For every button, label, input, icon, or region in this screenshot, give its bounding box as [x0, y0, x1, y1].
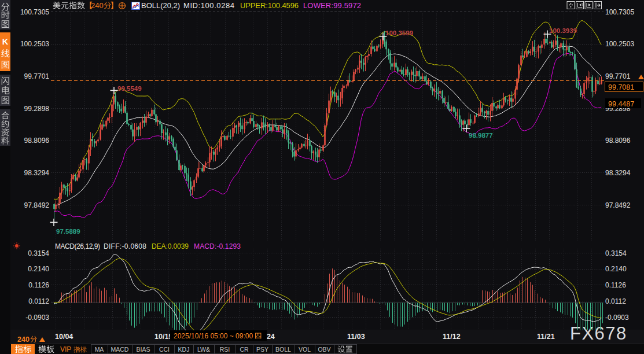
svg-text:97.8492: 97.8492: [605, 201, 631, 209]
svg-text:UPPER:100.4596: UPPER:100.4596: [240, 1, 299, 10]
svg-text:BOLL(20,2): BOLL(20,2): [141, 1, 180, 10]
svg-text:100.3939: 100.3939: [549, 27, 577, 34]
svg-text:100.7305: 100.7305: [20, 8, 49, 16]
svg-text:2025/10/16 05:00 ~ 09:00: 2025/10/16 05:00 ~ 09:00: [174, 332, 253, 340]
svg-text:DIFF:-0.0608: DIFF:-0.0608: [104, 242, 146, 250]
svg-text:98.3294: 98.3294: [605, 169, 631, 177]
svg-text:0.3154: 0.3154: [605, 249, 627, 257]
svg-text:97.8492: 97.8492: [24, 201, 50, 209]
svg-text:BIAS: BIAS: [137, 346, 150, 353]
svg-text:240: 240: [17, 335, 30, 344]
svg-text:10/04: 10/04: [55, 333, 73, 341]
svg-text:11/21: 11/21: [537, 333, 555, 341]
svg-text:100.3599: 100.3599: [385, 30, 413, 36]
svg-text:LOWER:99.5972: LOWER:99.5972: [303, 1, 361, 10]
svg-text:0.0112: 0.0112: [605, 297, 626, 305]
svg-text:99.7701: 99.7701: [24, 72, 50, 80]
svg-text:KDJ: KDJ: [178, 346, 190, 353]
svg-text:99.7081: 99.7081: [608, 83, 634, 91]
svg-text:98.3294: 98.3294: [24, 169, 50, 177]
svg-text:-0.0903: -0.0903: [605, 314, 629, 322]
svg-text:BOLL: BOLL: [275, 346, 291, 353]
svg-text:LW&: LW&: [197, 346, 210, 353]
svg-text:0.3154: 0.3154: [28, 249, 49, 257]
svg-text:-0.0903: -0.0903: [25, 314, 49, 322]
svg-text:99.2898: 99.2898: [24, 105, 50, 113]
svg-text:10/15: 10/15: [154, 333, 172, 341]
svg-text:VOL: VOL: [299, 346, 311, 353]
svg-text:CR: CR: [240, 346, 249, 353]
svg-text:MACD(26,12,9): MACD(26,12,9): [55, 242, 100, 250]
svg-text:0.0112: 0.0112: [28, 297, 49, 305]
svg-text:100.2503: 100.2503: [605, 40, 634, 48]
svg-text:VIP: VIP: [60, 345, 71, 353]
svg-text:99.5549: 99.5549: [117, 85, 142, 92]
svg-text:0.1126: 0.1126: [605, 281, 626, 289]
svg-text:MID:100.0284: MID:100.0284: [183, 1, 234, 10]
svg-text:PSY: PSY: [256, 346, 268, 353]
svg-text:0.2140: 0.2140: [28, 265, 49, 273]
svg-text:DEA:0.0039: DEA:0.0039: [152, 242, 189, 250]
svg-text:98.8096: 98.8096: [605, 137, 631, 145]
svg-text:FX678: FX678: [570, 323, 627, 344]
svg-text:98.9877: 98.9877: [469, 132, 493, 139]
svg-text:0.1126: 0.1126: [28, 281, 49, 289]
svg-text:240: 240: [91, 1, 104, 10]
svg-text:100.7305: 100.7305: [605, 8, 634, 16]
svg-text:97.5889: 97.5889: [56, 228, 80, 235]
svg-text:99.4487: 99.4487: [608, 100, 634, 108]
svg-text:MA: MA: [95, 346, 104, 353]
svg-text:MACD: MACD: [111, 346, 129, 353]
svg-text:100.2503: 100.2503: [20, 40, 49, 48]
svg-text:11/12: 11/12: [443, 333, 461, 341]
svg-text:K: K: [2, 37, 9, 46]
svg-text:CCI: CCI: [159, 346, 170, 353]
svg-text:11/03: 11/03: [347, 333, 365, 341]
svg-text:98.8096: 98.8096: [24, 137, 50, 145]
svg-text:OBV: OBV: [318, 346, 330, 353]
svg-text:MACD:-0.1293: MACD:-0.1293: [194, 242, 241, 250]
svg-text:RSI: RSI: [220, 346, 230, 353]
svg-text:99.7701: 99.7701: [605, 72, 631, 80]
svg-text:0.2140: 0.2140: [605, 265, 627, 273]
